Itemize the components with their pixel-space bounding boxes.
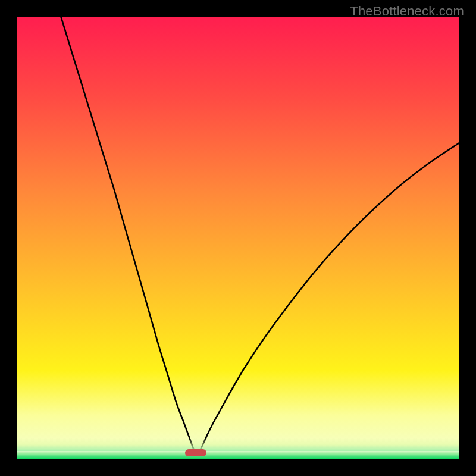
- green-bottom-band: [17, 451, 459, 459]
- plot-area: [17, 17, 459, 459]
- bottleneck-marker: [185, 449, 206, 456]
- gradient-background: [17, 17, 459, 459]
- plot-svg: [17, 17, 459, 459]
- green-fade-band: [17, 438, 459, 451]
- chart-container: TheBottleneck.com: [0, 0, 476, 476]
